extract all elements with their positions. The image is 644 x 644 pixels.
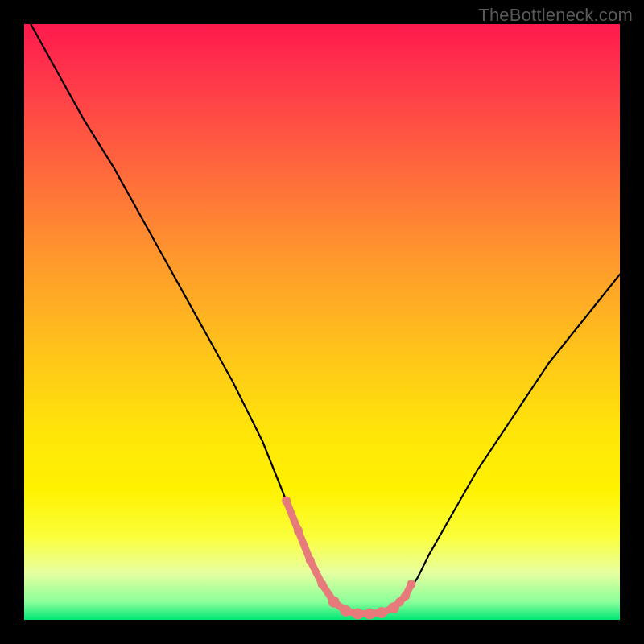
highlight-dot: [352, 609, 363, 620]
highlight-dot: [364, 609, 375, 620]
highlight-dot: [407, 580, 416, 588]
watermark-text: TheBottleneck.com: [478, 5, 633, 26]
outer-frame: TheBottleneck.com: [0, 0, 644, 644]
highlight-dot: [306, 556, 315, 565]
highlight-dot: [282, 497, 291, 506]
plot-area: [24, 24, 620, 620]
highlight-dot: [341, 605, 352, 617]
highlight-dots-group: [282, 497, 415, 620]
bottleneck-curve: [24, 24, 620, 614]
highlight-floor-stroke: [287, 501, 411, 614]
highlight-dot: [294, 526, 303, 535]
highlight-dot: [376, 607, 387, 618]
highlight-dot: [328, 597, 340, 608]
highlight-dot: [401, 592, 410, 601]
curve-svg: [24, 24, 620, 620]
highlight-dot: [318, 580, 327, 588]
